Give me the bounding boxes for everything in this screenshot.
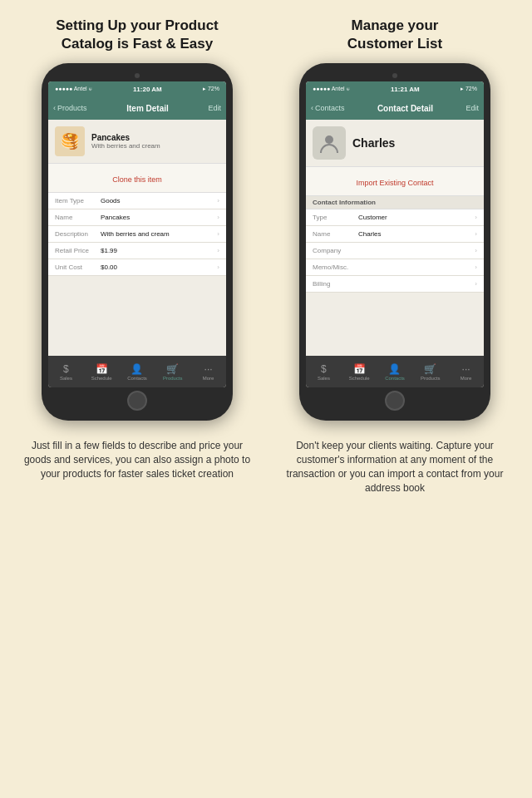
chevron-right-icon: › (217, 264, 219, 271)
contact-row-label-2: Company (313, 247, 358, 254)
table-row: Item Type Goods › (48, 193, 226, 209)
caption-row: Just fill in a few fields to describe an… (8, 439, 524, 495)
left-phone-screen: ●●●●● Antel ᵾ 11:20 AM ▸ 72% ‹ Products (48, 81, 226, 387)
tab-bar-right: $ Sales 📅 Schedule 👤 Contacts 🛒 (306, 356, 484, 387)
table-row: Company › (306, 243, 484, 259)
tab-sales-left[interactable]: $ Sales (48, 363, 84, 381)
product-info: Pancakes With berries and cream (91, 133, 160, 150)
chevron-left-icon: ‹ (311, 104, 313, 112)
row-label-1: Name (55, 214, 101, 221)
nav-title-right: Contact Detail (377, 104, 433, 113)
contact-row-label-0: Type (313, 214, 358, 221)
status-left-right: ●●●●● Antel ᵾ (313, 86, 350, 92)
left-phone: ●●●●● Antel ᵾ 11:20 AM ▸ 72% ‹ Products (42, 63, 233, 421)
row-label-4: Unit Cost (55, 264, 101, 271)
tab-more-label-right: More (461, 376, 472, 381)
chevron-right-icon: › (217, 214, 219, 221)
clone-section: Clone this item (48, 164, 226, 193)
battery-left: ▸ 72% (203, 86, 219, 92)
tab-products-right[interactable]: 🛒 Products (412, 363, 448, 381)
row-label-0: Item Type (55, 197, 101, 204)
signal-left: ●●●●● Antel ᵾ (55, 86, 92, 92)
svg-point-0 (325, 135, 333, 144)
right-phone: ●●●●● Antel ᵾ 11:21 AM ▸ 72% ‹ Contacts (299, 63, 490, 421)
chevron-right-icon: › (475, 214, 477, 221)
tab-more-left[interactable]: ··· More (190, 363, 226, 381)
clone-button[interactable]: Clone this item (112, 175, 162, 184)
chevron-right-icon: › (475, 264, 477, 271)
page: Setting Up your Product Catalog is Fast … (0, 0, 532, 798)
chevron-right-icon: › (475, 280, 477, 288)
product-subtitle: With berries and cream (91, 142, 160, 150)
left-title: Setting Up your Product Catalog is Fast … (56, 17, 219, 53)
nav-edit-left[interactable]: Edit (208, 104, 221, 112)
nav-bar-left: ‹ Products Item Detail Edit (48, 96, 226, 120)
right-column: Manage your Customer List ●●●●● Antel ᵾ … (271, 17, 519, 421)
table-row: Retail Price $1.99 › (48, 243, 226, 259)
tab-contacts-left[interactable]: 👤 Contacts (120, 363, 155, 381)
contact-row-label-1: Name (313, 230, 358, 238)
left-caption: Just fill in a few fields to describe an… (18, 439, 255, 495)
signal-right: ●●●●● Antel ᵾ (313, 86, 350, 92)
product-image: 🥞 (55, 126, 85, 156)
nav-edit-right[interactable]: Edit (466, 104, 479, 112)
contact-name: Charles (352, 136, 395, 150)
import-section: Import Existing Contact (306, 167, 484, 196)
heading-row: Setting Up your Product Catalog is Fast … (8, 17, 524, 421)
tab-bar-left: $ Sales 📅 Schedule 👤 Contacts 🛒 (48, 356, 226, 387)
schedule-icon: 📅 (353, 363, 366, 375)
contact-header: Charles (306, 120, 484, 167)
table-row: Type Customer › (306, 209, 484, 226)
chevron-right-icon: › (217, 247, 219, 254)
sales-icon: $ (63, 363, 69, 375)
nav-title-left: Item Detail (126, 104, 169, 113)
contact-row-value-1: Charles (358, 230, 475, 238)
home-button-left[interactable] (127, 391, 147, 411)
time-left: 11:20 AM (133, 86, 162, 93)
contact-list: Type Customer › Name Charles › Company (306, 209, 484, 356)
product-list: Item Type Goods › Name Pancakes › Descri… (48, 193, 226, 356)
row-value-4: $0.00 (101, 264, 217, 271)
nav-back-label-left: Products (57, 104, 87, 112)
home-button-right[interactable] (385, 391, 405, 411)
chevron-right-icon: › (475, 230, 477, 238)
sales-icon: $ (321, 363, 327, 375)
tab-schedule-left[interactable]: 📅 Schedule (84, 363, 120, 381)
row-label-2: Description (55, 230, 101, 238)
tab-sales-label-left: Sales (60, 376, 72, 381)
tab-contacts-right[interactable]: 👤 Contacts (377, 363, 413, 381)
nav-back-left[interactable]: ‹ Products (53, 104, 87, 112)
tab-more-right[interactable]: ··· More (448, 363, 484, 381)
row-label-3: Retail Price (55, 247, 101, 254)
table-row: Memo/Misc. › (306, 259, 484, 276)
tab-schedule-label-right: Schedule (349, 376, 370, 381)
row-value-2: With berries and cream (101, 230, 217, 238)
tab-schedule-right[interactable]: 📅 Schedule (342, 363, 377, 381)
right-title: Manage your Customer List (347, 17, 442, 53)
left-column: Setting Up your Product Catalog is Fast … (13, 17, 261, 421)
table-row: Name Charles › (306, 226, 484, 243)
contact-row-label-4: Billing (313, 280, 358, 288)
right-phone-screen: ●●●●● Antel ᵾ 11:21 AM ▸ 72% ‹ Contacts (306, 81, 484, 387)
contact-section-header: Contact Information (306, 196, 484, 209)
status-right-right: ▸ 72% (461, 86, 477, 92)
products-icon: 🛒 (166, 363, 179, 375)
phone-camera-left (135, 73, 140, 78)
tab-sales-right[interactable]: $ Sales (306, 363, 342, 381)
tab-schedule-label-left: Schedule (91, 376, 112, 381)
table-row: Description With berries and cream › (48, 226, 226, 243)
nav-bar-right: ‹ Contacts Contact Detail Edit (306, 96, 484, 120)
status-bar-right: ●●●●● Antel ᵾ 11:21 AM ▸ 72% (306, 81, 484, 96)
row-value-3: $1.99 (101, 247, 217, 254)
chevron-right-icon: › (217, 230, 219, 238)
status-bar-left: ●●●●● Antel ᵾ 11:20 AM ▸ 72% (48, 81, 226, 96)
nav-back-right[interactable]: ‹ Contacts (311, 104, 345, 112)
right-caption: Don't keep your clients waiting. Capture… (276, 439, 513, 495)
nav-back-label-right: Contacts (315, 104, 345, 112)
product-header: 🥞 Pancakes With berries and cream (48, 120, 226, 164)
tab-products-left[interactable]: 🛒 Products (155, 363, 190, 381)
status-left-left: ●●●●● Antel ᵾ (55, 86, 92, 92)
products-icon: 🛒 (424, 363, 436, 375)
import-button[interactable]: Import Existing Contact (356, 179, 433, 187)
status-right-left: ▸ 72% (203, 86, 219, 92)
